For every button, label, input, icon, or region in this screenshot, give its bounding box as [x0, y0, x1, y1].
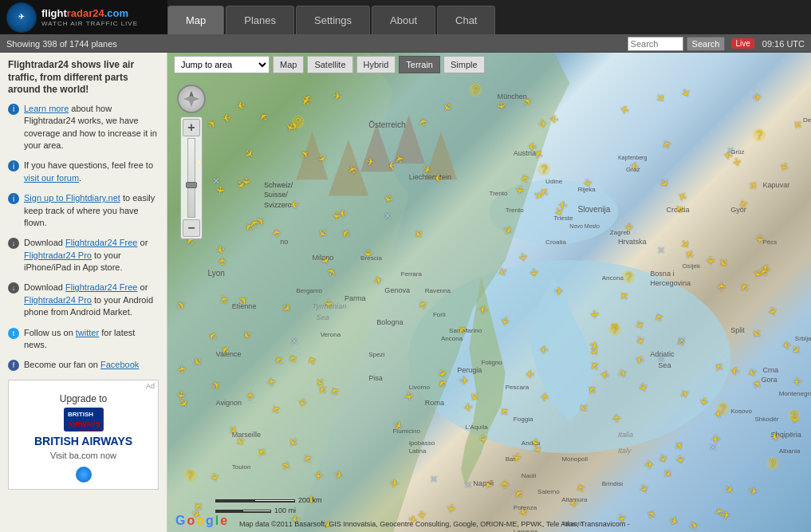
- plane-icon[interactable]: ?: [716, 402, 729, 415]
- google-g2: g: [206, 514, 214, 528]
- tab-map[interactable]: Map: [167, 6, 224, 34]
- plane-icon[interactable]: ✕: [726, 145, 734, 156]
- header: ✈ flightradar24.com WATCH AIR TRAFFIC LI…: [0, 0, 811, 35]
- map-type-simple[interactable]: Simple: [443, 56, 485, 73]
- plane-icon[interactable]: ✈: [513, 184, 527, 196]
- plane-icon[interactable]: ✈: [459, 374, 469, 388]
- svg-text:Osijek: Osijek: [683, 262, 701, 270]
- plane-icon[interactable]: ✈: [791, 374, 801, 388]
- plane-icon[interactable]: ?: [753, 128, 766, 141]
- plane-icon[interactable]: ✈: [548, 112, 559, 125]
- plane-icon[interactable]: ✈: [704, 256, 717, 266]
- tab-settings[interactable]: Settings: [296, 6, 370, 34]
- tab-about[interactable]: About: [372, 6, 435, 34]
- plane-icon[interactable]: ✈: [610, 412, 624, 424]
- flightdiary-link[interactable]: Sign up to Flightdiary.net: [24, 193, 120, 203]
- plane-icon[interactable]: ?: [766, 457, 779, 470]
- plane-icon[interactable]: ?: [622, 270, 635, 283]
- logo-title: flightradar24.com: [41, 7, 138, 20]
- plane-icon[interactable]: ✈: [312, 471, 325, 482]
- map-type-satellite[interactable]: Satellite: [307, 56, 352, 73]
- plane-icon[interactable]: ✈: [753, 234, 766, 244]
- map-type-hybrid[interactable]: Hybrid: [356, 56, 396, 73]
- svg-text:Roma: Roma: [425, 399, 445, 407]
- plane-icon[interactable]: ✈: [174, 389, 188, 400]
- learn-more-link[interactable]: Learn more: [24, 104, 69, 113]
- sidebar-section-3: i Sign up to Flightdiary.net to easily k…: [8, 192, 159, 229]
- map-type-terrain[interactable]: Terrain: [399, 56, 440, 73]
- zoom-thumb[interactable]: [186, 182, 197, 188]
- plane-icon[interactable]: ✕: [430, 474, 438, 485]
- plane-icon[interactable]: ✈: [240, 177, 253, 187]
- zoom-track[interactable]: [187, 138, 195, 218]
- search-button[interactable]: Search: [687, 37, 726, 51]
- zoom-in-button[interactable]: +: [183, 119, 200, 136]
- main-layout: Flightradar24 shows live air traffic, fr…: [0, 53, 811, 532]
- plane-icon[interactable]: ✈: [554, 285, 564, 298]
- fr24-free-link-2[interactable]: Flightradar24 Free: [65, 282, 138, 292]
- map-area[interactable]: Schweiz/ Suisse/ Svizzero Österreich Lie…: [167, 53, 811, 532]
- tab-chat[interactable]: Chat: [437, 6, 495, 34]
- plane-icon[interactable]: ✈: [221, 111, 232, 125]
- plane-icon[interactable]: ✈: [728, 364, 739, 378]
- plane-icon[interactable]: ✈: [477, 302, 488, 317]
- fr24-free-link-1[interactable]: Flightradar24 Free: [65, 238, 138, 247]
- svg-text:Svizzero: Svizzero: [264, 201, 292, 209]
- svg-text:Italia: Italia: [618, 431, 633, 439]
- plane-icon[interactable]: ✈: [433, 171, 443, 184]
- facebook-link[interactable]: Facebook: [100, 360, 139, 369]
- svg-text:Kapuvar: Kapuvar: [762, 181, 789, 189]
- plane-icon[interactable]: ✈: [360, 249, 374, 259]
- plane-icon[interactable]: ✈: [337, 207, 347, 221]
- plane-icon[interactable]: ?: [469, 84, 482, 97]
- jump-to-select[interactable]: Jump to area Europe North America Asia A…: [174, 56, 270, 73]
- plane-icon[interactable]: ✈: [498, 479, 511, 489]
- search-input[interactable]: [628, 37, 683, 51]
- plane-icon[interactable]: ✕: [464, 479, 472, 491]
- plane-icon[interactable]: ✈: [175, 364, 189, 375]
- plane-icon[interactable]: ✈: [213, 185, 227, 196]
- plane-icon[interactable]: ✈: [265, 376, 278, 388]
- plane-icon[interactable]: ✈: [322, 298, 335, 308]
- plane-icon[interactable]: ✈: [402, 390, 416, 401]
- plane-icon[interactable]: ✈: [753, 91, 762, 104]
- plane-icon[interactable]: ✈: [644, 458, 655, 471]
- logo-tld: .com: [104, 7, 128, 19]
- plane-icon[interactable]: ✕: [657, 353, 665, 365]
- plane-icon[interactable]: ✕: [290, 336, 298, 347]
- plane-icon[interactable]: ?: [184, 469, 197, 482]
- tab-planes[interactable]: Planes: [226, 6, 294, 34]
- zoom-out-button[interactable]: −: [183, 219, 200, 237]
- plane-icon[interactable]: ?: [537, 163, 550, 175]
- plane-icon[interactable]: ✕: [709, 442, 717, 453]
- plane-icon[interactable]: ✕: [384, 211, 392, 222]
- plane-icon[interactable]: ✈: [289, 198, 300, 212]
- plane-icon[interactable]: ✈: [567, 496, 578, 510]
- map-type-map[interactable]: Map: [273, 56, 304, 73]
- plane-icon[interactable]: ✈: [525, 368, 534, 380]
- plane-icon[interactable]: ✈: [215, 256, 228, 266]
- plane-icon[interactable]: ?: [788, 409, 801, 422]
- forum-link[interactable]: visit our forum: [24, 173, 79, 183]
- twitter-link[interactable]: twitter: [76, 328, 99, 337]
- plane-icon[interactable]: ✈: [510, 452, 525, 463]
- plane-icon[interactable]: ✈: [538, 390, 553, 402]
- plane-icon[interactable]: ✈: [715, 282, 727, 292]
- plane-icon[interactable]: ✈: [538, 342, 549, 356]
- logo-area: ✈ flightradar24.com WATCH AIR TRAFFIC LI…: [0, 0, 167, 34]
- plane-icon[interactable]: ✈: [364, 155, 375, 168]
- sidebar-section-1: i Learn more about how Flightradar24 wor…: [8, 103, 159, 152]
- plane-icon[interactable]: ?: [608, 323, 621, 336]
- plane-icon[interactable]: ✈: [463, 401, 474, 415]
- plane-icon[interactable]: ✈: [588, 309, 601, 320]
- plane-icon[interactable]: ?: [292, 116, 305, 128]
- plane-icon[interactable]: ✈: [528, 267, 541, 278]
- plane-icon[interactable]: ✈: [623, 223, 636, 233]
- plane-icon[interactable]: ✕: [657, 245, 665, 256]
- fr24-pro-link-2[interactable]: Flightradar24 Pro: [24, 295, 92, 305]
- fr24-pro-link-1[interactable]: Flightradar24 Pro: [24, 250, 92, 260]
- plane-icon[interactable]: ✈: [697, 396, 711, 408]
- zoom-compass[interactable]: [177, 85, 206, 113]
- plane-icon[interactable]: ✕: [678, 335, 686, 346]
- sidebar-ad[interactable]: Ad Upgrade to BRITISH AIRWAYS: [8, 380, 159, 490]
